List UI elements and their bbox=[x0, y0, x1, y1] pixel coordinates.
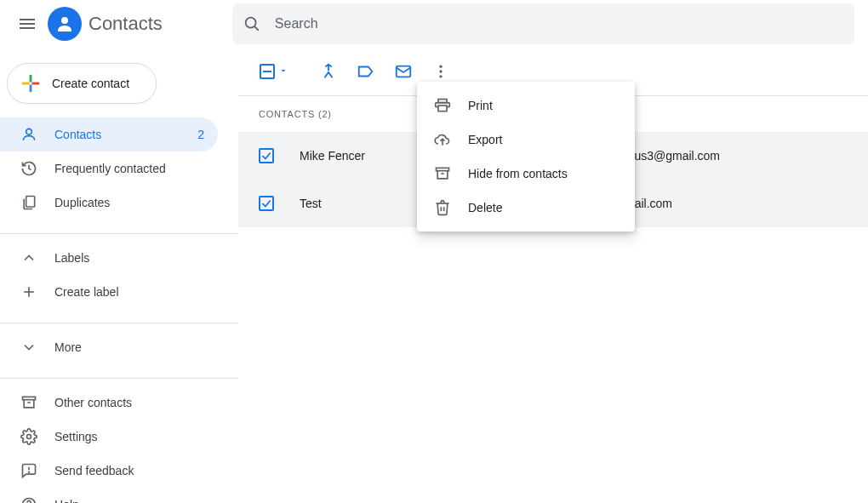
sidebar-item-duplicates[interactable]: Duplicates bbox=[0, 186, 218, 220]
sidebar-item-settings[interactable]: Settings bbox=[0, 420, 238, 454]
app-logo: Contacts bbox=[48, 7, 163, 41]
search-input[interactable]: Search bbox=[232, 3, 854, 44]
check-icon bbox=[260, 197, 272, 209]
hamburger-menu-button[interactable] bbox=[7, 14, 48, 34]
create-contact-label: Create contact bbox=[52, 77, 129, 90]
svg-rect-4 bbox=[30, 84, 32, 92]
svg-rect-11 bbox=[23, 397, 36, 399]
sidebar-item-frequent[interactable]: Frequently contacted bbox=[0, 151, 218, 186]
selection-toggle-button[interactable] bbox=[259, 56, 289, 87]
person-icon bbox=[20, 126, 37, 143]
contact-email: @gmail.com bbox=[606, 197, 868, 210]
sidebar-label: Frequently contacted bbox=[54, 162, 166, 175]
svg-point-0 bbox=[61, 17, 68, 24]
sidebar-label: Create label bbox=[54, 285, 119, 299]
create-contact-button[interactable]: Create contact bbox=[7, 63, 157, 104]
cloud-upload-icon bbox=[434, 131, 451, 148]
row-checkbox[interactable] bbox=[259, 148, 274, 163]
chevron-up-icon bbox=[20, 249, 37, 266]
check-icon bbox=[260, 150, 272, 162]
sidebar-label: Duplicates bbox=[54, 196, 110, 209]
svg-rect-8 bbox=[26, 197, 35, 208]
label-icon bbox=[357, 62, 375, 81]
menu-item-print[interactable]: Print bbox=[417, 89, 635, 123]
svg-line-2 bbox=[254, 26, 258, 30]
indeterminate-checkbox-icon bbox=[260, 64, 275, 79]
sidebar-create-label[interactable]: Create label bbox=[0, 275, 238, 309]
action-toolbar: Print Export Hide from contacts Delete bbox=[238, 48, 868, 95]
more-actions-menu: Print Export Hide from contacts Delete bbox=[417, 82, 635, 231]
contacts-logo-icon bbox=[48, 7, 82, 41]
main-area: Print Export Hide from contacts Delete C… bbox=[238, 48, 868, 227]
menu-label: Delete bbox=[468, 201, 502, 214]
trash-icon bbox=[434, 199, 451, 216]
sidebar-labels-toggle[interactable]: Labels bbox=[0, 241, 238, 275]
sidebar-more-toggle[interactable]: More bbox=[0, 330, 238, 364]
sidebar-label: More bbox=[54, 340, 82, 354]
svg-rect-6 bbox=[31, 83, 39, 85]
svg-point-19 bbox=[439, 66, 442, 68]
sidebar-item-other-contacts[interactable]: Other contacts bbox=[0, 386, 238, 420]
menu-label: Export bbox=[468, 133, 502, 146]
contacts-count: 2 bbox=[197, 128, 204, 141]
chevron-down-icon bbox=[20, 339, 37, 356]
plus-icon bbox=[20, 283, 37, 300]
more-vert-icon bbox=[432, 63, 449, 80]
help-icon bbox=[20, 496, 37, 503]
menu-label: Print bbox=[468, 99, 493, 112]
menu-item-hide[interactable]: Hide from contacts bbox=[417, 157, 635, 191]
menu-item-delete[interactable]: Delete bbox=[417, 191, 635, 225]
email-icon bbox=[394, 62, 413, 81]
svg-rect-23 bbox=[438, 106, 447, 111]
search-icon bbox=[243, 14, 261, 33]
sidebar-label: Contacts bbox=[54, 128, 101, 141]
svg-rect-5 bbox=[22, 83, 30, 85]
svg-point-7 bbox=[26, 129, 32, 134]
merge-icon bbox=[319, 62, 338, 81]
archive-icon bbox=[434, 165, 451, 182]
label-button[interactable] bbox=[351, 56, 381, 87]
svg-point-13 bbox=[27, 435, 31, 439]
print-icon bbox=[434, 97, 451, 114]
menu-item-export[interactable]: Export bbox=[417, 123, 635, 157]
search-placeholder: Search bbox=[275, 16, 318, 31]
gear-icon bbox=[20, 428, 37, 445]
sidebar-item-feedback[interactable]: Send feedback bbox=[0, 454, 238, 488]
plus-multicolor-icon bbox=[20, 72, 42, 94]
feedback-icon bbox=[20, 462, 37, 479]
caret-down-icon bbox=[278, 65, 288, 78]
sidebar: Create contact Contacts 2 Frequently con… bbox=[0, 48, 238, 503]
sidebar-item-contacts[interactable]: Contacts 2 bbox=[0, 117, 218, 151]
svg-rect-3 bbox=[30, 75, 32, 83]
svg-point-20 bbox=[439, 70, 442, 72]
sidebar-label: Settings bbox=[54, 430, 98, 443]
duplicates-icon bbox=[20, 194, 37, 211]
svg-point-21 bbox=[439, 75, 442, 77]
sidebar-label: Help bbox=[54, 498, 79, 503]
archive-icon bbox=[20, 394, 37, 411]
sidebar-label: Other contacts bbox=[54, 396, 132, 409]
row-checkbox[interactable] bbox=[259, 196, 274, 211]
sidebar-item-help[interactable]: Help bbox=[0, 488, 238, 503]
app-title: Contacts bbox=[89, 13, 163, 35]
history-icon bbox=[20, 160, 37, 177]
svg-point-15 bbox=[29, 472, 30, 472]
sidebar-label: Labels bbox=[54, 251, 89, 265]
menu-label: Hide from contacts bbox=[468, 167, 568, 180]
contact-email: gmelius3@gmail.com bbox=[606, 149, 868, 163]
sidebar-label: Send feedback bbox=[54, 464, 134, 477]
email-button[interactable] bbox=[388, 56, 419, 87]
svg-rect-25 bbox=[437, 168, 449, 170]
merge-button[interactable] bbox=[313, 56, 344, 87]
